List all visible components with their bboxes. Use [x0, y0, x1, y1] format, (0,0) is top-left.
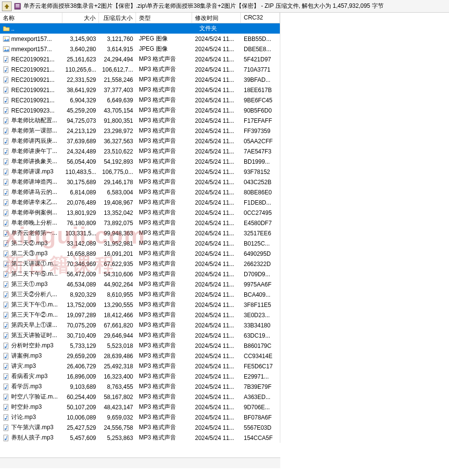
file-row[interactable]: REC20190921...25,161,62324,294,494MP3 格式… — [0, 54, 280, 64]
file-row[interactable]: 第三天下午②.m...19,097,28918,412,466MP3 格式声音2… — [0, 310, 280, 320]
file-row[interactable]: 下午第六课.mp325,427,52924,556,758MP3 格式声音202… — [0, 422, 280, 433]
file-type: MP3 格式声音 — [136, 238, 192, 248]
audio-file-icon — [3, 220, 10, 227]
file-size: 20,076,489 — [62, 198, 99, 207]
file-row[interactable]: REC20190921...22,331,52921,558,246MP3 格式… — [0, 75, 280, 85]
file-row[interactable]: 单老师讲坤造丙...30,175,68929,146,178MP3 格式声音20… — [0, 177, 280, 187]
header-type[interactable]: 类型 — [136, 13, 192, 23]
file-row[interactable]: 单老师晚上分析...76,180,80973,892,075MP3 格式声音20… — [0, 218, 280, 228]
header-crc[interactable]: CRC32 — [241, 13, 280, 23]
svg-rect-70 — [4, 373, 8, 379]
file-row[interactable]: REC20190921...38,641,92937,377,403MP3 格式… — [0, 85, 280, 95]
file-row[interactable]: 第三天下午①.m...13,752,00913,290,555MP3 格式声音2… — [0, 300, 280, 310]
svg-rect-28 — [4, 158, 8, 164]
file-name: 第二天③.mp3 — [11, 249, 48, 258]
svg-point-33 — [5, 182, 7, 184]
file-row[interactable]: 单老师第一课部...24,213,12923,298,972MP3 格式声音20… — [0, 126, 280, 136]
header-name[interactable]: 名称 — [0, 13, 62, 23]
parent-folder-row[interactable]: .. 文件夹 — [0, 23, 280, 34]
file-row[interactable]: 单老师讲马云的...6,814,0896,583,004MP3 格式声音2024… — [0, 187, 280, 197]
file-row[interactable]: 讨论.mp310,006,0899,659,032MP3 格式声音2024/5/… — [0, 412, 280, 422]
file-row[interactable]: 单老师比劫配置...94,725,07391,800,351MP3 格式声音20… — [0, 115, 280, 126]
up-button[interactable] — [2, 1, 12, 11]
file-mtime: 2024/5/24 11... — [192, 137, 241, 146]
audio-file-icon — [3, 97, 10, 104]
file-type: MP3 格式声音 — [136, 136, 192, 146]
file-row[interactable]: 单老师讲课.mp3110,483,5...106,775,0...MP3 格式声… — [0, 167, 280, 177]
file-mtime: 2024/5/24 11... — [192, 127, 241, 135]
file-row[interactable]: 单老师举例案例...13,801,92913,352,042MP3 格式声音20… — [0, 208, 280, 218]
file-type: MP3 格式声音 — [136, 310, 192, 320]
file-row[interactable]: mmexport157...3,640,2803,614,915JPEG 图像2… — [0, 44, 280, 54]
file-row[interactable]: REC20190921...110,265,6...106,612,7...MP… — [0, 64, 280, 75]
file-row[interactable]: mmexport157...3,145,9033,121,760JPEG 图像2… — [0, 34, 280, 44]
file-name: 看病看灾.mp3 — [11, 372, 48, 381]
file-row[interactable]: REC20190923...45,259,20943,705,154MP3 格式… — [0, 105, 280, 115]
file-row[interactable]: REC20190921...6,904,3296,649,639MP3 格式声音… — [0, 95, 280, 105]
file-row[interactable]: 第二天下午⑤.m...56,472,00954,310,606MP3 格式声音2… — [0, 269, 280, 279]
file-row[interactable]: 单老师讲丙辰庚...37,639,68936,327,563MP3 格式声音20… — [0, 136, 280, 146]
file-type: MP3 格式声音 — [136, 422, 192, 433]
file-mtime: 2024/5/24 11... — [192, 362, 241, 371]
file-row[interactable]: 看学历.mp39,103,6898,763,455MP3 格式声音2024/5/… — [0, 381, 280, 392]
header-size[interactable]: 大小 — [62, 13, 99, 23]
file-crc: 18EE617B — [241, 86, 280, 95]
file-crc: 7AE547F3 — [241, 147, 280, 156]
file-row[interactable]: 单老师讲辛未乙...20,076,48919,408,967MP3 格式声音20… — [0, 197, 280, 208]
file-row[interactable]: 养别人孩子.mp35,457,6095,253,863MP3 格式声音2024/… — [0, 433, 280, 443]
file-name: REC20190921... — [11, 56, 55, 63]
audio-file-icon — [3, 76, 10, 83]
svg-point-67 — [5, 356, 7, 358]
file-crc: 32517EE6 — [241, 229, 280, 238]
file-row[interactable]: 第五天讲验证时...30,710,40929,646,944MP3 格式声音20… — [0, 330, 280, 341]
file-name: 单老师比劫配置... — [11, 116, 57, 125]
audio-file-icon — [3, 332, 10, 339]
file-type: JPEG 图像 — [136, 44, 192, 54]
file-row[interactable]: 第三天②分析八...8,920,3298,610,955MP3 格式声音2024… — [0, 289, 280, 300]
up-arrow-icon — [3, 3, 10, 10]
header-mtime[interactable]: 修改时间 — [192, 13, 241, 23]
file-packed: 54,192,893 — [99, 157, 136, 166]
file-row[interactable]: 第二天③.mp316,658,88916,091,201MP3 格式声音2024… — [0, 248, 280, 259]
svg-point-43 — [5, 233, 7, 235]
column-headers: 名称 大小 压缩后大小 类型 修改时间 CRC32 — [0, 13, 280, 23]
file-type: MP3 格式声音 — [136, 412, 192, 422]
file-mtime: 2024/5/24 11... — [192, 35, 241, 43]
file-row[interactable]: 单老师讲换象关...56,054,40954,192,893MP3 格式声音20… — [0, 156, 280, 167]
file-row[interactable]: 讲案例.mp329,659,20928,639,486MP3 格式声音2024/… — [0, 351, 280, 361]
file-mtime: 2024/5/24 11... — [192, 382, 241, 391]
file-crc: EBB55D... — [241, 35, 280, 43]
file-row[interactable]: 单老师讲庚午丁...24,324,48923,510,622MP3 格式声音20… — [0, 146, 280, 156]
file-size: 70,346,969 — [62, 260, 99, 268]
file-row[interactable]: 看病看灾.mp316,896,00916,323,400MP3 格式声音2024… — [0, 371, 280, 381]
file-row[interactable]: 第二天讲课①.m...70,346,96967,622,935MP3 格式声音2… — [0, 259, 280, 269]
file-row[interactable]: 讲灾.mp326,406,72925,492,318MP3 格式声音2024/5… — [0, 361, 280, 371]
file-packed: 19,408,967 — [99, 198, 136, 207]
file-name: 单老师第一课部... — [11, 127, 57, 135]
svg-point-83 — [5, 438, 7, 440]
file-size: 56,472,009 — [62, 270, 99, 279]
file-mtime: 2024/5/24 11... — [192, 331, 241, 340]
svg-point-59 — [5, 315, 7, 317]
svg-point-75 — [5, 397, 7, 399]
file-row[interactable]: 第四天早上①课...70,075,20967,661,820MP3 格式声音20… — [0, 320, 280, 330]
svg-point-79 — [5, 418, 7, 419]
svg-point-53 — [5, 285, 7, 286]
file-packed: 16,323,400 — [99, 372, 136, 381]
file-packed: 67,622,935 — [99, 260, 136, 268]
file-row[interactable]: 时空卦.mp350,107,20948,423,147MP3 格式声音2024/… — [0, 402, 280, 412]
svg-rect-62 — [4, 332, 8, 338]
file-mtime: 2024/5/24 11... — [192, 198, 241, 207]
file-row[interactable]: 第三天①.mp346,534,08944,902,264MP3 格式声音2024… — [0, 279, 280, 289]
file-name: REC20190921... — [11, 97, 55, 104]
file-row[interactable]: 第二天②.mp333,142,08931,952,981MP3 格式声音2024… — [0, 238, 280, 248]
file-row[interactable]: 单齐云老师第一...103,331,5...99,948,363MP3 格式声音… — [0, 228, 280, 238]
file-packed: 25,492,318 — [99, 362, 136, 371]
header-packed[interactable]: 压缩后大小 — [99, 13, 136, 23]
file-type: MP3 格式声音 — [136, 433, 192, 443]
file-packed: 18,412,466 — [99, 311, 136, 320]
file-row[interactable]: 时空八字验证.m...60,254,40958,167,802MP3 格式声音2… — [0, 392, 280, 402]
file-crc: E29971... — [241, 372, 280, 381]
file-crc: 05AA2CFF — [241, 137, 280, 146]
file-row[interactable]: 分析时空卦.mp35,733,1295,523,018MP3 格式声音2024/… — [0, 341, 280, 351]
